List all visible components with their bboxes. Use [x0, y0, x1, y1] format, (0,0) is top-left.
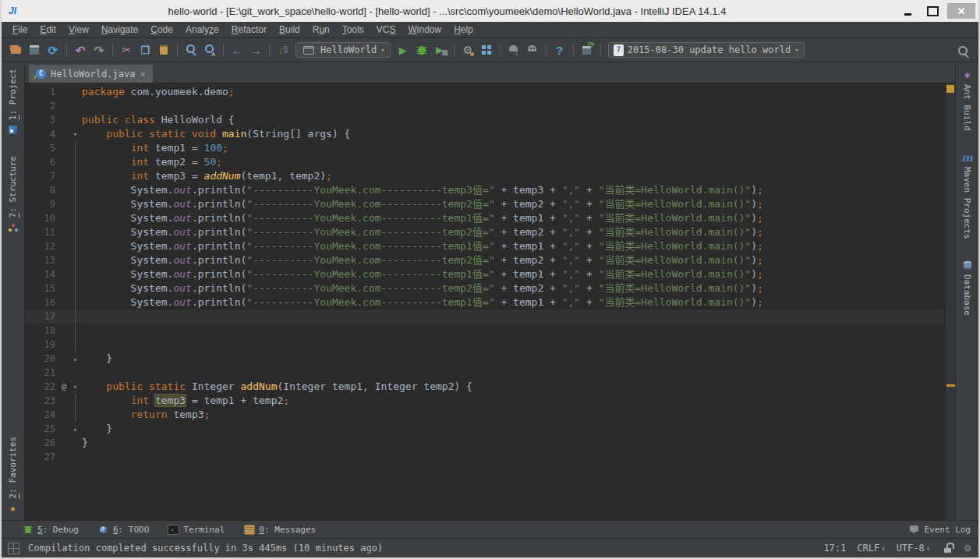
stripe-item-database[interactable]: Database: [961, 259, 974, 316]
menu-item-analyze[interactable]: Analyze: [179, 22, 225, 38]
toolwindow-button-6-todo[interactable]: 6: TODO: [97, 524, 149, 536]
line-number[interactable]: 1: [25, 85, 59, 99]
readonly-lock-icon[interactable]: [941, 542, 953, 554]
android-sdk-manager-button[interactable]: [504, 41, 523, 59]
paste-button[interactable]: [154, 41, 173, 59]
copy-button[interactable]: [136, 41, 154, 59]
settings-button[interactable]: [458, 41, 477, 59]
line-number[interactable]: 22: [25, 380, 59, 394]
gutter-spacer: [59, 324, 69, 338]
code-text: [82, 338, 944, 352]
cut-button[interactable]: [117, 41, 136, 59]
encoding-selector[interactable]: UTF-8↕: [897, 543, 931, 554]
android-avd-manager-button[interactable]: [523, 41, 542, 59]
menu-item-refactor[interactable]: Refactor: [225, 22, 273, 38]
stripe-item-ant-build[interactable]: Ant Build: [961, 69, 974, 131]
menu-item-view[interactable]: View: [62, 22, 95, 38]
line-number[interactable]: 25: [25, 422, 59, 436]
menu-item-navigate[interactable]: Navigate: [95, 22, 144, 38]
help-button[interactable]: [550, 41, 569, 59]
toolwindow-button-5-debug[interactable]: 5: Debug: [22, 524, 79, 536]
line-number[interactable]: 20: [25, 352, 59, 366]
menu-item-help[interactable]: Help: [448, 22, 479, 38]
line-number[interactable]: 19: [25, 338, 59, 352]
line-number[interactable]: 15: [25, 281, 59, 295]
close-button[interactable]: ✕: [947, 3, 975, 19]
run-config-combo[interactable]: HelloWorld▾: [295, 42, 391, 58]
menu-item-file[interactable]: File: [6, 22, 34, 38]
line-number[interactable]: 23: [25, 394, 59, 408]
editor[interactable]: 1package com.youmeek.demo;23public class…: [25, 83, 955, 520]
line-number[interactable]: 7: [25, 169, 59, 183]
line-number[interactable]: 5: [25, 141, 59, 155]
stripe-item-1-project[interactable]: 1: Project: [7, 69, 19, 136]
back-button[interactable]: [228, 41, 246, 59]
toolwindow-button-terminal[interactable]: Terminal: [168, 524, 225, 536]
inspection-profile-icon[interactable]: [964, 543, 971, 554]
line-number[interactable]: 12: [25, 239, 59, 253]
compile-button[interactable]: [274, 41, 292, 59]
messages-icon: [243, 524, 255, 536]
menu-item-tools[interactable]: Tools: [336, 22, 370, 38]
line-number[interactable]: 17: [25, 310, 59, 324]
line-number[interactable]: 3: [25, 113, 59, 127]
open-file-button[interactable]: [6, 41, 25, 59]
synchronize-button[interactable]: [44, 41, 62, 59]
fold-down-icon[interactable]: ▾: [73, 127, 77, 141]
save-and-sync-button[interactable]: [578, 41, 596, 59]
menu-item-window[interactable]: Window: [402, 22, 448, 38]
coverage-button[interactable]: [431, 41, 450, 59]
line-number[interactable]: 8: [25, 183, 59, 197]
toolwindow-button-event-log[interactable]: Event Log: [908, 524, 971, 536]
vcs-message-combo[interactable]: 2015-08-30 update hello world▾: [608, 42, 805, 58]
search-everywhere-button[interactable]: [953, 42, 972, 61]
tab-helloworld-java[interactable]: HelloWorld.java ×: [29, 65, 153, 83]
toolwindow-switcher-icon[interactable]: [6, 541, 20, 555]
redo-button[interactable]: [90, 41, 108, 59]
menu-item-run[interactable]: Run: [306, 22, 336, 38]
line-number[interactable]: 26: [25, 436, 59, 450]
find-button[interactable]: [182, 41, 200, 59]
replace-button[interactable]: [200, 41, 219, 59]
fold-up-icon[interactable]: ▴: [73, 422, 77, 436]
line-number[interactable]: 10: [25, 211, 59, 225]
forward-button[interactable]: [246, 41, 265, 59]
minimize-button[interactable]: [897, 3, 918, 19]
code-line: 23 int temp3 = temp1 + temp2;: [25, 394, 944, 408]
line-number[interactable]: 4: [25, 127, 59, 141]
line-number[interactable]: 9: [25, 197, 59, 211]
line-number[interactable]: 13: [25, 253, 59, 267]
status-message: Compilation completed successfully in 3s…: [28, 543, 383, 554]
line-number[interactable]: 11: [25, 225, 59, 239]
maximize-button[interactable]: [922, 3, 943, 19]
stripe-item-2-favorites[interactable]: 2: Favorites: [7, 437, 19, 514]
line-number[interactable]: 27: [25, 450, 59, 464]
line-number[interactable]: 6: [25, 155, 59, 169]
save-all-button[interactable]: [25, 41, 44, 59]
close-tab-icon[interactable]: ×: [140, 69, 145, 79]
menu-item-vcs[interactable]: VCS: [370, 22, 402, 38]
line-number[interactable]: 21: [25, 366, 59, 380]
project-structure-button[interactable]: [477, 41, 496, 59]
line-number[interactable]: 14: [25, 267, 59, 281]
error-stripe-scrollbar[interactable]: [945, 83, 955, 520]
toolwindow-button-0-messages[interactable]: 0: Messages: [243, 524, 316, 536]
fold-up-icon[interactable]: ▴: [73, 352, 77, 366]
debug-button[interactable]: [412, 41, 431, 59]
menu-item-build[interactable]: Build: [273, 22, 306, 38]
stripe-item-7-structure[interactable]: 7: Structure: [7, 156, 19, 233]
caret-position[interactable]: 17:1: [823, 543, 846, 554]
line-number[interactable]: 2: [25, 99, 59, 113]
undo-button[interactable]: [71, 41, 90, 59]
menu-item-edit[interactable]: Edit: [34, 22, 62, 38]
fold-down-icon[interactable]: ▾: [73, 380, 77, 394]
stripe-item-maven-projects[interactable]: Maven Projects: [961, 151, 974, 239]
line-separator-selector[interactable]: CRLF↕: [857, 543, 885, 554]
menu-item-code[interactable]: Code: [144, 22, 179, 38]
vcs-message-combo-label: 2015-08-30 update hello world: [628, 44, 791, 55]
line-number[interactable]: 18: [25, 324, 59, 338]
run-button[interactable]: [394, 41, 412, 59]
line-number[interactable]: 24: [25, 408, 59, 422]
android2-icon: [525, 42, 540, 58]
line-number[interactable]: 16: [25, 295, 59, 310]
